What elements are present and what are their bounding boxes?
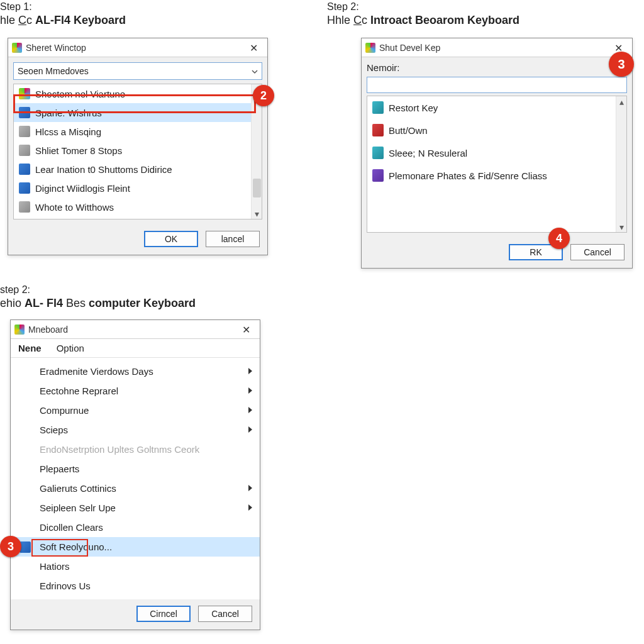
item-icon bbox=[19, 126, 30, 137]
window-shutdown: Sheret Winctop ✕ Seoen Mmedoves Shoctem … bbox=[8, 38, 268, 255]
callout-2: 2 bbox=[253, 85, 274, 106]
menu-item-label: Compurnue bbox=[40, 405, 89, 416]
list-item[interactable]: Sleee; N Resuleral bbox=[367, 142, 616, 164]
list-item[interactable]: Restort Key bbox=[367, 96, 616, 119]
menu-item[interactable]: Dicollen Clears bbox=[11, 518, 260, 537]
close-button[interactable]: ✕ bbox=[241, 39, 266, 57]
dropdown-menu: Eradmenite Vierdows DaysEectohne Reprare… bbox=[11, 358, 260, 599]
item-icon bbox=[19, 164, 30, 175]
scroll-down-icon[interactable]: ▾ bbox=[252, 208, 262, 219]
item-icon bbox=[372, 169, 384, 182]
menu-item[interactable]: Galieruts Cottinics bbox=[11, 479, 260, 498]
submenu-arrow-icon bbox=[247, 406, 253, 414]
option-list: Shoctem nel ViartuneSparie: WishrusHlcss… bbox=[13, 84, 262, 219]
submenu-arrow-icon bbox=[247, 387, 253, 394]
menu-item-label: Soft Reolyouno... bbox=[40, 541, 112, 552]
list-item[interactable]: Butt/Own bbox=[367, 119, 616, 142]
item-label: Restort Key bbox=[389, 103, 438, 113]
step2b-label: step 2: bbox=[0, 284, 196, 296]
menu-item[interactable]: Compurnue bbox=[11, 401, 260, 420]
name-input[interactable] bbox=[367, 77, 627, 93]
menu-item-label: EndoNsetrption Upltes Goltnms Ceork bbox=[40, 444, 199, 455]
close-icon: ✕ bbox=[250, 42, 258, 54]
window-title: Sheret Winctop bbox=[26, 43, 264, 53]
scrollbar[interactable]: ▴ ▾ bbox=[616, 96, 626, 232]
scroll-thumb[interactable] bbox=[253, 179, 261, 197]
menu-item[interactable]: Hatiors bbox=[11, 557, 260, 576]
submenu-arrow-icon bbox=[247, 367, 253, 375]
item-label: Whote to Witthows bbox=[35, 202, 114, 213]
titlebar: Sheret Winctop ✕ bbox=[8, 38, 267, 57]
item-label: Sleee; N Resuleral bbox=[389, 148, 467, 158]
item-label: Plemonare Phates & Fid/Senre Cliass bbox=[389, 170, 547, 181]
item-label: Butt/Own bbox=[389, 125, 428, 136]
callout-4: 4 bbox=[548, 228, 570, 249]
menu-item: EndoNsetrption Upltes Goltnms Ceork bbox=[11, 440, 260, 459]
step2a-title: Hhle Cc Introact Beoarom Keyboard bbox=[327, 14, 519, 27]
item-label: Lear Ination t0 Shuttoms Didirice bbox=[35, 164, 172, 175]
cancel-button[interactable]: Cancel bbox=[198, 606, 252, 622]
cancel-button[interactable]: Cancel bbox=[570, 244, 625, 260]
item-label: Sparie: Wishrus bbox=[35, 108, 102, 118]
submenu-arrow-icon bbox=[247, 504, 253, 511]
menu-item[interactable]: Plepaerts bbox=[11, 459, 260, 479]
menu-item[interactable]: Soft Reolyouno... bbox=[11, 537, 260, 557]
window-keyboard: Mneboard ✕ Nene Option Eradmenite Vierdo… bbox=[10, 319, 260, 630]
combo-select[interactable]: Seoen Mmedoves bbox=[13, 62, 262, 80]
menu-item-label: Galieruts Cottinics bbox=[40, 483, 116, 494]
name-label: Nemoir: bbox=[367, 62, 627, 73]
menu-item[interactable]: Edrinovs Us bbox=[11, 576, 260, 596]
menu-item[interactable]: Eectohne Reprarel bbox=[11, 381, 260, 401]
cancel-button[interactable]: lancel bbox=[206, 231, 260, 247]
item-icon bbox=[19, 182, 30, 194]
item-label: Diginct Wiidlogis Fleint bbox=[35, 183, 130, 194]
button-row: Cirncel Cancel bbox=[11, 599, 260, 630]
item-icon bbox=[19, 201, 30, 213]
item-icon bbox=[372, 147, 384, 159]
list-item[interactable]: Lear Ination t0 Shuttoms Didirice bbox=[14, 160, 251, 179]
step1-title: hle Cc AL-Fl4 Keyboard bbox=[0, 14, 126, 27]
menu-nene[interactable]: Nene bbox=[11, 339, 49, 357]
app-icon bbox=[14, 325, 25, 335]
menu-item[interactable]: Eradmenite Vierdows Days bbox=[11, 362, 260, 381]
scroll-up-icon[interactable]: ▴ bbox=[616, 96, 627, 107]
menubar: Nene Option bbox=[11, 339, 260, 358]
list-item[interactable]: Sparie: Wishrus bbox=[14, 103, 251, 122]
menu-item-label: Plepaerts bbox=[40, 464, 79, 474]
item-label: Shoctem nel Viartune bbox=[35, 89, 125, 99]
close-button[interactable]: ✕ bbox=[233, 321, 258, 338]
scroll-down-icon[interactable]: ▾ bbox=[616, 221, 627, 232]
item-icon bbox=[19, 145, 30, 156]
item-label: Hlcss a Misqing bbox=[35, 126, 101, 137]
item-icon bbox=[19, 88, 30, 99]
ok-button[interactable]: OK bbox=[144, 231, 198, 247]
menu-item-label: Seipleen Selr Upe bbox=[40, 502, 116, 513]
list-item[interactable]: Shliet Tomer 8 Stops bbox=[14, 141, 251, 160]
window-title: Shut Devel Kep bbox=[379, 43, 628, 53]
submenu-arrow-icon bbox=[247, 484, 253, 492]
list-item[interactable]: Plemonare Phates & Fid/Senre Cliass bbox=[367, 164, 616, 187]
item-label: Shliet Tomer 8 Stops bbox=[35, 145, 122, 156]
ok-button[interactable]: Cirncel bbox=[136, 606, 191, 622]
list-item[interactable]: Diginct Wiidlogis Fleint bbox=[14, 179, 251, 197]
titlebar: Mneboard ✕ bbox=[11, 320, 260, 339]
window-shortcut: Shut Devel Kep ✕ Nemoir: Restort KeyButt… bbox=[361, 38, 633, 269]
item-icon bbox=[372, 124, 384, 136]
list-item[interactable]: Hlcss a Misqing bbox=[14, 122, 251, 141]
item-icon bbox=[372, 101, 384, 114]
list-item[interactable]: Whote to Witthows bbox=[14, 197, 251, 216]
name-field-group: Nemoir: bbox=[367, 62, 627, 93]
list-item[interactable]: Shoctem nel Viartune bbox=[14, 84, 251, 103]
button-row: RK Cancel bbox=[362, 238, 632, 268]
step2a-label: Step 2: bbox=[327, 1, 519, 13]
combo-value: Seoen Mmedoves bbox=[18, 66, 89, 76]
close-icon: ✕ bbox=[242, 324, 250, 336]
menu-item[interactable]: Scieps bbox=[11, 420, 260, 440]
menu-item-label: Scieps bbox=[40, 425, 68, 435]
app-icon bbox=[12, 43, 22, 53]
menu-item-label: Edrinovs Us bbox=[40, 580, 91, 591]
submenu-arrow-icon bbox=[247, 426, 253, 433]
menu-item[interactable]: Seipleen Selr Upe bbox=[11, 498, 260, 518]
chevron-down-icon bbox=[252, 69, 258, 75]
menu-option[interactable]: Option bbox=[49, 339, 92, 357]
